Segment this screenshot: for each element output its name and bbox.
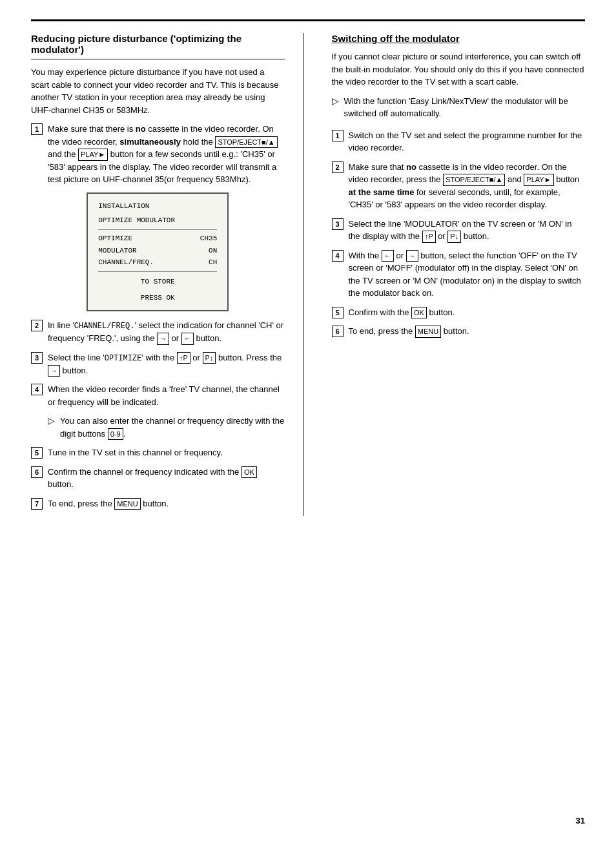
right-step-1-num: 1 (332, 130, 344, 141)
right-step-5-text: Confirm with the OK button. (349, 306, 586, 319)
left-note-4-text: You can also enter the channel or freque… (60, 415, 285, 440)
right-intro: If you cannot clear picture or sound int… (332, 50, 586, 88)
left-intro: You may experience picture disturbance i… (31, 66, 285, 116)
left-step-7-text: To end, press the MENU button. (48, 497, 285, 510)
screen-title: INSTALLATION (98, 200, 217, 213)
screen-value-3: CH (209, 256, 217, 269)
right-step-2: 2 Make sure that no cassette is in the v… (332, 161, 586, 211)
left-step-2-num: 2 (31, 320, 43, 331)
screen-row-1: OPTIMIZE CH35 (98, 233, 217, 245)
ok-btn-6: OK (241, 466, 257, 479)
right-column: Switching off the modulator If you canno… (327, 33, 586, 516)
right-step-6-num: 6 (332, 326, 344, 337)
forward-btn-2: → (157, 333, 169, 345)
page: Reducing picture disturbance ('optimizin… (0, 0, 616, 841)
right-step-2-text: Make sure that no cassette is in the vid… (349, 161, 586, 211)
screen-row-3: CHANNEL/FREQ. CH (98, 256, 217, 269)
right-step-4-text: With the ← or → button, select the funct… (349, 249, 586, 300)
top-border (31, 19, 585, 21)
left-step-4: 4 When the video recorder finds a 'free'… (31, 383, 285, 408)
screen-display: INSTALLATION OPTIMIZE MODULATOR OPTIMIZE… (87, 192, 229, 312)
left-step-1-num: 1 (31, 123, 43, 135)
back-btn-2: ← (181, 333, 194, 345)
screen-row-2: MODULATOR ON (98, 245, 217, 257)
left-step-2-text: In line 'CHANNEL/FREQ.' select the indic… (48, 319, 285, 345)
right-step-3: 3 Select the line 'MODULATOR' on the TV … (332, 218, 586, 243)
screen-label-1: OPTIMIZE (98, 233, 132, 245)
right-note-intro: ▷ With the function 'Easy Link/NexTView'… (332, 95, 586, 120)
stop-eject-btn: STOP/EJECT■/▲ (215, 136, 277, 149)
left-column: Reducing picture disturbance ('optimizin… (31, 33, 303, 516)
two-column-layout: Reducing picture disturbance ('optimizin… (31, 33, 585, 516)
digit-btn: 0-9 (108, 428, 123, 441)
left-step-6-num: 6 (31, 466, 43, 478)
right-step-6: 6 To end, press the MENU button. (332, 325, 586, 338)
forward-btn-3: → (48, 365, 60, 377)
play-btn: PLAY► (78, 149, 108, 161)
right-section-title: Switching off the modulator (332, 33, 586, 44)
left-step-1: 1 Make sure that there is no cassette in… (31, 123, 285, 186)
left-step-1-text: Make sure that there is no cassette in t… (48, 123, 285, 186)
left-step-5-num: 5 (31, 447, 43, 459)
screen-value-2: ON (209, 245, 217, 257)
back-btn-r4: ← (382, 250, 394, 262)
pd-btn-3: P↓ (203, 352, 216, 364)
tp-btn-r3: ↑P (422, 231, 436, 243)
right-step-1: 1 Switch on the TV set and select the pr… (332, 129, 586, 154)
right-step-4: 4 With the ← or → button, select the fun… (332, 249, 586, 300)
left-step-7-num: 7 (31, 498, 43, 510)
right-note-intro-text: With the function 'Easy Link/NexTView' t… (344, 95, 586, 120)
ok-btn-r5: OK (411, 307, 427, 319)
left-step-3: 3 Select the line 'OPTIMIZE' with the ↑P… (31, 351, 285, 377)
left-step-3-text: Select the line 'OPTIMIZE' with the ↑P o… (48, 351, 285, 377)
right-step-4-num: 4 (332, 250, 344, 262)
stop-eject-btn-r2: STOP/EJECT■/▲ (443, 174, 505, 186)
left-step-6: 6 Confirm the channel or frequency indic… (31, 466, 285, 491)
left-step-7: 7 To end, press the MENU button. (31, 497, 285, 510)
screen-footer-1: TO STORE (98, 276, 217, 288)
screen-label-2: MODULATOR (98, 245, 136, 257)
menu-btn-r6: MENU (415, 326, 441, 338)
tp-btn-3: ↑P (177, 352, 190, 364)
left-step-5: 5 Tune in the TV set in this channel or … (31, 446, 285, 459)
menu-btn-7: MENU (114, 498, 140, 510)
left-step-4-num: 4 (31, 384, 43, 395)
right-step-2-num: 2 (332, 161, 344, 173)
note-arrow-icon-4: ▷ (48, 415, 55, 426)
left-step-4-text: When the video recorder finds a 'free' T… (48, 383, 285, 408)
left-step-3-num: 3 (31, 352, 43, 364)
right-step-3-num: 3 (332, 218, 344, 230)
pd-btn-r3: P↓ (447, 231, 461, 243)
play-btn-r2: PLAY► (524, 174, 553, 186)
screen-subtitle: OPTIMIZE MODULATOR (98, 214, 217, 227)
right-step-5: 5 Confirm with the OK button. (332, 306, 586, 319)
left-step-5-text: Tune in the TV set in this channel or fr… (48, 446, 285, 459)
left-step-2: 2 In line 'CHANNEL/FREQ.' select the ind… (31, 319, 285, 345)
screen-divider-2 (98, 271, 217, 272)
right-step-5-num: 5 (332, 307, 344, 318)
left-note-4: ▷ You can also enter the channel or freq… (48, 415, 285, 440)
screen-value-1: CH35 (200, 233, 217, 245)
fwd-btn-r4: → (406, 250, 418, 262)
page-number: 31 (576, 816, 585, 825)
right-step-3-text: Select the line 'MODULATOR' on the TV sc… (349, 218, 586, 243)
right-step-6-text: To end, press the MENU button. (349, 325, 586, 338)
left-step-6-text: Confirm the channel or frequency indicat… (48, 466, 285, 491)
right-step-1-text: Switch on the TV set and select the prog… (349, 129, 586, 154)
screen-label-3: CHANNEL/FREQ. (98, 256, 154, 269)
screen-footer-2: PRESS OK (98, 292, 217, 304)
screen-divider-1 (98, 229, 217, 230)
left-section-title: Reducing picture disturbance ('optimizin… (31, 33, 285, 59)
note-arrow-icon-intro: ▷ (332, 96, 339, 106)
